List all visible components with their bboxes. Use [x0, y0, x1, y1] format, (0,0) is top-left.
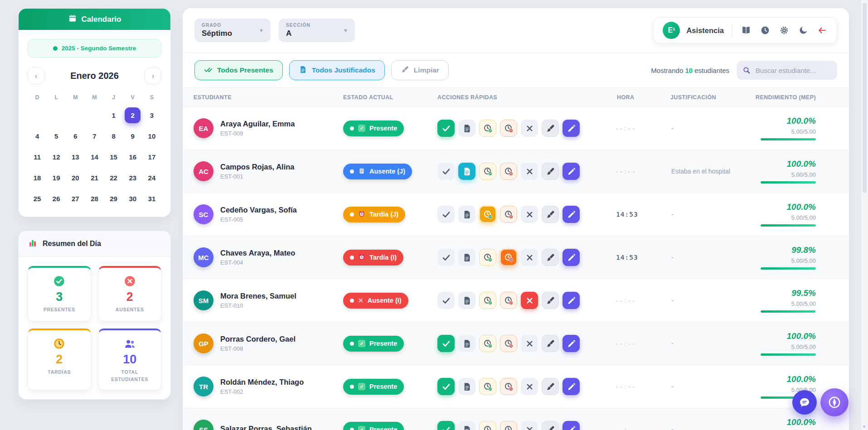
- all-present-button[interactable]: Todos Presentes: [194, 60, 283, 80]
- clear-row-button[interactable]: [542, 163, 559, 180]
- edit-row-button[interactable]: [563, 378, 580, 395]
- calendar-day[interactable]: 6: [68, 128, 83, 144]
- mark-late-unjustified-button[interactable]: [500, 249, 517, 266]
- calendar-day[interactable]: 11: [29, 149, 45, 165]
- calendar-day[interactable]: 10: [144, 128, 160, 144]
- calendar-day[interactable]: 3: [144, 107, 160, 123]
- prev-month-button[interactable]: ‹: [28, 68, 44, 84]
- mark-late-justified-button[interactable]: [479, 120, 496, 137]
- mark-late-justified-button[interactable]: [479, 249, 496, 266]
- mark-justified-button[interactable]: [458, 292, 475, 309]
- scrollbar-thumb[interactable]: [863, 3, 867, 193]
- section-select[interactable]: SECCIÓN A ▼: [279, 19, 355, 42]
- calendar-day[interactable]: 9: [125, 128, 141, 144]
- calendar-day[interactable]: 15: [106, 149, 121, 165]
- moon-icon[interactable]: [798, 25, 809, 36]
- mark-present-button[interactable]: [437, 292, 455, 309]
- mark-late-justified-button[interactable]: [479, 163, 496, 180]
- calendar-day[interactable]: 21: [87, 170, 102, 186]
- calendar-day[interactable]: 12: [48, 149, 64, 165]
- edit-row-button[interactable]: [563, 335, 580, 352]
- grade-select[interactable]: GRADO Séptimo ▼: [194, 19, 271, 42]
- back-arrow-icon[interactable]: [817, 25, 828, 36]
- mark-late-unjustified-button[interactable]: [500, 163, 517, 180]
- window-scrollbar[interactable]: ▼: [861, 0, 868, 430]
- calendar-day[interactable]: 22: [106, 170, 121, 186]
- mark-absent-button[interactable]: [521, 421, 538, 430]
- mark-absent-button[interactable]: [521, 206, 538, 223]
- mark-justified-button[interactable]: [458, 421, 475, 430]
- mark-justified-button[interactable]: [458, 206, 475, 223]
- edit-row-button[interactable]: [563, 163, 580, 180]
- calendar-day[interactable]: 8: [106, 128, 121, 144]
- calendar-day[interactable]: 25: [29, 191, 45, 207]
- mark-late-unjustified-button[interactable]: [500, 120, 517, 137]
- calendar-day[interactable]: 1: [106, 107, 121, 123]
- mark-late-justified-button[interactable]: [479, 206, 496, 223]
- mark-absent-button[interactable]: [521, 378, 538, 395]
- next-month-button[interactable]: ›: [145, 68, 161, 84]
- mark-present-button[interactable]: [437, 120, 455, 137]
- mark-late-unjustified-button[interactable]: [500, 292, 517, 309]
- calendar-day[interactable]: 29: [106, 191, 121, 207]
- clear-row-button[interactable]: [542, 120, 559, 137]
- clear-row-button[interactable]: [542, 335, 559, 352]
- mark-absent-button[interactable]: [521, 335, 538, 352]
- calendar-day[interactable]: 17: [144, 149, 160, 165]
- mark-present-button[interactable]: [437, 378, 455, 395]
- mark-present-button[interactable]: [437, 249, 455, 266]
- mark-justified-button[interactable]: [458, 335, 475, 352]
- calendar-day[interactable]: 14: [87, 149, 102, 165]
- calendar-day[interactable]: 28: [87, 191, 102, 207]
- mark-justified-button[interactable]: [458, 378, 475, 395]
- mark-late-justified-button[interactable]: [479, 292, 496, 309]
- calendar-day[interactable]: 23: [125, 170, 141, 186]
- calendar-day[interactable]: 27: [68, 191, 83, 207]
- mark-absent-button[interactable]: [521, 249, 538, 266]
- clear-button[interactable]: Limpiar: [391, 60, 449, 80]
- calendar-day[interactable]: 19: [48, 170, 64, 186]
- clear-row-button[interactable]: [542, 206, 559, 223]
- calendar-day[interactable]: 20: [68, 170, 83, 186]
- mark-late-unjustified-button[interactable]: [500, 421, 517, 430]
- calendar-day[interactable]: 26: [48, 191, 64, 207]
- mark-absent-button[interactable]: [521, 120, 538, 137]
- search-input[interactable]: [737, 61, 837, 80]
- all-justified-button[interactable]: Todos Justificados: [289, 60, 385, 80]
- mark-present-button[interactable]: [437, 335, 455, 352]
- mark-late-justified-button[interactable]: [479, 378, 496, 395]
- edit-row-button[interactable]: [563, 292, 580, 309]
- mark-late-unjustified-button[interactable]: [500, 206, 517, 223]
- mark-present-button[interactable]: [437, 421, 455, 430]
- clear-row-button[interactable]: [542, 421, 559, 430]
- edit-row-button[interactable]: [563, 120, 580, 137]
- mark-present-button[interactable]: [437, 163, 455, 180]
- clear-row-button[interactable]: [542, 378, 559, 395]
- edit-row-button[interactable]: [563, 421, 580, 430]
- mark-late-justified-button[interactable]: [479, 421, 496, 430]
- clear-row-button[interactable]: [542, 292, 559, 309]
- mark-justified-button[interactable]: [458, 249, 475, 266]
- book-icon[interactable]: [741, 25, 752, 36]
- mark-late-unjustified-button[interactable]: [500, 335, 517, 352]
- calendar-day[interactable]: 7: [87, 128, 102, 144]
- chat-fab-button[interactable]: [792, 390, 817, 415]
- calendar-day[interactable]: 4: [29, 128, 45, 144]
- edit-row-button[interactable]: [563, 206, 580, 223]
- calendar-day[interactable]: 16: [125, 149, 141, 165]
- gear-icon[interactable]: [779, 25, 790, 36]
- calendar-day[interactable]: 18: [29, 170, 45, 186]
- calendar-day[interactable]: 24: [144, 170, 160, 186]
- edit-row-button[interactable]: [563, 249, 580, 266]
- mark-absent-button[interactable]: [521, 292, 538, 309]
- calendar-day[interactable]: 5: [48, 128, 64, 144]
- mark-late-justified-button[interactable]: [479, 335, 496, 352]
- clock-icon[interactable]: [760, 25, 771, 36]
- mark-late-unjustified-button[interactable]: [500, 378, 517, 395]
- mark-present-button[interactable]: [437, 206, 455, 223]
- mark-justified-button[interactable]: [458, 163, 475, 180]
- calendar-day-selected[interactable]: 2: [125, 107, 141, 123]
- calendar-day[interactable]: 30: [125, 191, 141, 207]
- mark-absent-button[interactable]: [521, 163, 538, 180]
- clear-row-button[interactable]: [542, 249, 559, 266]
